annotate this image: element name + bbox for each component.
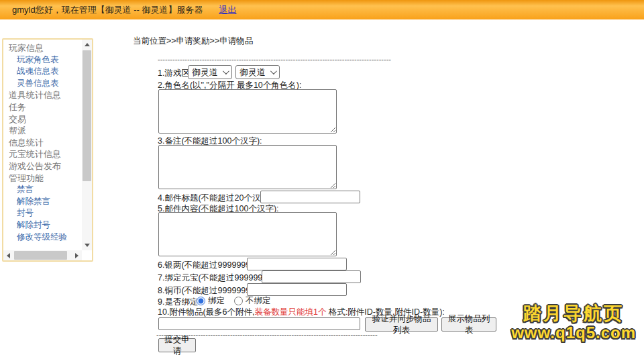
watermark-url: www.q1q5.com bbox=[511, 324, 636, 342]
logout-link[interactable]: 退出 bbox=[219, 4, 237, 16]
watermark-title: 踏月导航页 bbox=[511, 304, 636, 324]
header-bar: gmyld您好，现在管理【御灵道 -- 御灵道】服务器 退出 bbox=[0, 0, 644, 19]
server-select[interactable]: 御灵道 bbox=[235, 65, 280, 79]
server-select-value: 御灵道 bbox=[239, 66, 266, 79]
region-select[interactable]: 御灵道 bbox=[188, 65, 232, 79]
mail-title-label: 4.邮件标题(不能超过20个汉字): bbox=[158, 193, 274, 204]
role-names-textarea[interactable] bbox=[158, 89, 337, 134]
scroll-left-button[interactable] bbox=[3, 250, 13, 260]
sidebar-category-trade: 交易 bbox=[3, 113, 80, 125]
scroll-up-icon bbox=[85, 43, 90, 46]
scroll-down-button[interactable] bbox=[82, 240, 92, 250]
sidebar-item-spirit-beast-table[interactable]: 灵兽信息表 bbox=[3, 78, 80, 90]
sidebar-item-modify-level-exp[interactable]: 修改等级经验 bbox=[3, 232, 80, 244]
sidebar-item-mute[interactable]: 禁言 bbox=[3, 184, 80, 196]
attachment-items-input[interactable] bbox=[158, 317, 360, 330]
silver-input[interactable] bbox=[247, 258, 347, 270]
sidebar-category-announcement: 游戏公告发布 bbox=[3, 160, 80, 172]
breadcrumb: 当前位置>>申请奖励>>申请物品 bbox=[133, 36, 253, 47]
sidebar-category-admin-functions: 管理功能 bbox=[3, 172, 80, 185]
remarks-textarea[interactable] bbox=[158, 145, 337, 189]
mail-title-input[interactable] bbox=[260, 191, 360, 203]
watermark: 踏月导航页 www.q1q5.com bbox=[511, 304, 636, 342]
bound-yuanbao-input[interactable] bbox=[262, 270, 361, 283]
attachment-label-warning: 装备数量只能填1个 bbox=[254, 307, 326, 317]
unbind-radio[interactable] bbox=[234, 297, 243, 305]
page: gmyld您好，现在管理【御灵道 -- 御灵道】服务器 退出 玩家信息 玩家角色… bbox=[0, 0, 644, 355]
sidebar-category-info-stats: 信息统计 bbox=[3, 137, 80, 149]
sidebar-category-item-stats: 道具统计信息 bbox=[3, 89, 80, 101]
region-select-value: 御灵道 bbox=[192, 66, 218, 79]
scroll-up-button[interactable] bbox=[82, 40, 92, 50]
scroll-right-icon bbox=[75, 253, 78, 258]
sidebar-item-ban-account[interactable]: 封号 bbox=[3, 207, 80, 219]
sidebar-category-quests: 任务 bbox=[3, 101, 80, 113]
chevron-down-icon bbox=[223, 68, 229, 74]
bind-radio-group: 绑定 不绑定 bbox=[197, 295, 280, 307]
unbind-radio-label: 不绑定 bbox=[246, 295, 271, 307]
bind-radio[interactable] bbox=[197, 297, 205, 305]
attachment-label-prefix: 10.附件物品(最多6个附件, bbox=[158, 307, 254, 317]
horizontal-scroll-thumb[interactable] bbox=[14, 251, 67, 260]
submit-application-button[interactable]: 提交申请 bbox=[158, 338, 196, 352]
sidebar-item-unmute[interactable]: 解除禁言 bbox=[3, 196, 80, 208]
sidebar-menu: 玩家信息 玩家角色表 战魂信息表 灵兽信息表 道具统计信息 任务 交易 帮派 信… bbox=[3, 41, 80, 249]
welcome-text: gmyld您好，现在管理【御灵道 -- 御灵道】服务器 bbox=[12, 4, 203, 16]
scroll-right-button[interactable] bbox=[72, 250, 82, 260]
divider-top: ----------------------------------------… bbox=[158, 55, 391, 63]
sidebar-item-unban-account[interactable]: 解除封号 bbox=[3, 219, 80, 232]
sidebar: 玩家信息 玩家角色表 战魂信息表 灵兽信息表 道具统计信息 任务 交易 帮派 信… bbox=[2, 38, 93, 262]
silver-label: 6.银两(不能超过99999999): bbox=[158, 260, 260, 271]
game-region-label: 1.游戏区: bbox=[158, 68, 192, 79]
sidebar-vertical-scrollbar[interactable] bbox=[82, 40, 92, 250]
show-items-button[interactable]: 展示物品列表 bbox=[441, 317, 496, 332]
sidebar-category-player-info: 玩家信息 bbox=[3, 42, 80, 54]
scroll-left-icon bbox=[7, 253, 10, 258]
copper-input[interactable] bbox=[247, 283, 347, 296]
bind-radio-label: 绑定 bbox=[208, 295, 225, 307]
verify-sync-items-button[interactable]: 验证并同步物品列表 bbox=[365, 317, 438, 332]
sidebar-horizontal-scrollbar[interactable] bbox=[3, 250, 82, 260]
sidebar-category-yuanbao-stats: 元宝统计信息 bbox=[3, 148, 80, 160]
chevron-down-icon bbox=[270, 68, 277, 74]
scroll-down-icon bbox=[85, 244, 90, 247]
vertical-scroll-thumb[interactable] bbox=[83, 50, 91, 181]
sidebar-item-war-soul-table[interactable]: 战魂信息表 bbox=[3, 66, 80, 78]
bound-yuanbao-label: 7.绑定元宝(不能超过99999999): bbox=[158, 272, 277, 284]
sidebar-item-player-role-table[interactable]: 玩家角色表 bbox=[3, 54, 80, 66]
mail-content-textarea[interactable] bbox=[158, 212, 337, 256]
sidebar-category-guild: 帮派 bbox=[3, 125, 80, 137]
